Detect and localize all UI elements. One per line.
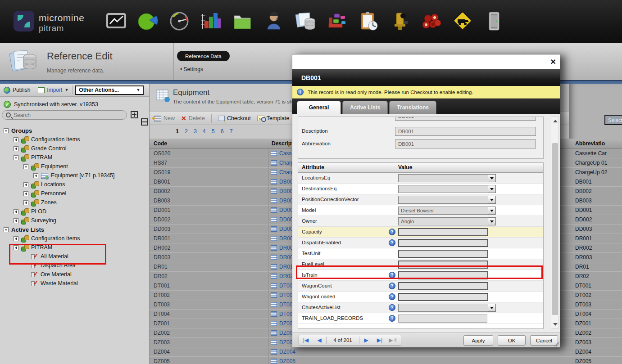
cell-description[interactable]: DZ00 [271,320,292,327]
cell-description[interactable]: DT00 [271,292,292,298]
column-header-code[interactable]: Code [154,140,167,147]
abbreviation-cell[interactable]: DB002 [569,187,622,196]
abbreviation-cell[interactable]: DT004 [569,310,622,319]
abbreviation-cell[interactable]: DR01 [569,262,622,272]
gauge-icon[interactable] [167,9,191,33]
abbreviation-cell[interactable]: ChargeUp 01 [569,158,622,168]
explosives-icon[interactable] [419,9,444,33]
help-icon[interactable]: ? [389,239,395,246]
dropdown-arrow-icon[interactable] [488,217,496,225]
tree-item-pitram[interactable]: PITRAM [0,153,149,162]
resize-grip[interactable] [554,342,559,346]
delete-button[interactable]: ✕Delete [181,115,205,122]
expand-icon[interactable] [14,218,18,223]
server-icon[interactable] [482,9,507,33]
select-columns-button[interactable]: Select C [604,115,622,125]
expand-icon[interactable] [14,146,18,151]
cell-description[interactable]: DR00 [271,254,293,261]
last-record-button[interactable]: ▶| [373,337,386,343]
value-dropdown[interactable]: Anglo [398,217,496,225]
cell-description[interactable]: DD00 [271,216,293,223]
help-icon[interactable]: ? [389,293,395,300]
expand-icon[interactable] [14,137,18,142]
search-box[interactable] [2,110,127,120]
expand-icon[interactable] [23,200,28,205]
value-dropdown[interactable] [398,304,496,312]
page-number-4[interactable]: 4 [203,128,206,135]
close-icon[interactable]: ✕ [550,58,556,66]
pie-chart-icon[interactable] [135,9,160,33]
dropdown-arrow-icon[interactable] [488,207,496,215]
collapse-icon[interactable] [4,227,9,232]
value-dropdown[interactable]: Diesel Bowser [398,207,496,215]
dropdown-arrow-icon[interactable] [488,174,496,182]
dialog-scrollbar[interactable] [551,117,559,329]
tree-item-configuration-items[interactable]: Configuration Items [0,234,149,243]
cell-description[interactable]: DB00 [271,198,293,204]
abbreviation-cell[interactable]: DR003 [569,253,622,262]
column-header-description[interactable]: Descripti [272,140,295,147]
reference-data-icon[interactable] [293,9,318,33]
cell-description[interactable]: DR00 [271,245,293,251]
dropdown-arrow-icon[interactable] [488,304,496,312]
new-record-button[interactable]: ▶✳ [386,337,400,343]
abbreviation-cell[interactable]: DB001 [569,177,622,187]
abbreviation-cell[interactable]: DR02 [569,272,622,281]
expand-icon[interactable] [33,173,38,178]
cancel-button[interactable]: Cancel [530,335,558,346]
publish-button[interactable]: Publish [0,84,34,96]
page-number-3[interactable]: 3 [194,128,197,135]
other-actions-dropdown[interactable]: Other Actions...▼ [75,85,144,95]
value-input[interactable] [398,228,488,236]
help-icon[interactable]: ? [389,283,395,289]
help-icon[interactable]: ? [389,315,395,322]
value-input[interactable] [398,239,488,247]
breadcrumb[interactable]: Reference Data [177,51,230,61]
abbreviation-cell[interactable]: DR002 [569,243,622,253]
help-icon[interactable]: ? [389,229,395,235]
collapse-icon[interactable] [23,164,28,169]
breadcrumb-settings-link[interactable]: • Settings [180,66,203,72]
expand-icon[interactable] [14,236,18,241]
page-number-1[interactable]: 1 [176,128,179,135]
cell-description[interactable]: Charg [271,169,294,175]
value-input[interactable] [398,293,488,301]
value-dropdown[interactable] [398,174,496,182]
collapse-icon[interactable] [4,128,9,133]
abbreviation-field[interactable]: DB001 [395,139,536,148]
cell-description[interactable]: DT00 [271,283,292,289]
cell-description[interactable]: DZ00 [271,339,292,346]
abbreviation-cell[interactable]: DT001 [569,281,622,291]
cell-description[interactable]: DD00 [271,207,293,213]
tree-item-equipment[interactable]: Equipment [0,162,149,171]
page-number-7[interactable]: 7 [230,128,233,135]
trend-screen-icon[interactable] [104,9,128,33]
bar-chart-icon[interactable] [198,9,223,33]
dropdown-arrow-icon[interactable] [488,185,496,193]
ok-button[interactable]: OK [498,335,526,346]
abbreviation-cell[interactable]: DD003 [569,225,622,234]
scroll-up-icon[interactable] [553,120,558,122]
cell-description[interactable]: Casse [271,150,295,157]
cell-description[interactable]: DR00 [271,235,293,242]
tree-item-surveying[interactable]: Surveying [0,216,149,225]
abbreviation-cell[interactable]: DT002 [569,291,622,300]
abbreviation-cell[interactable]: ChargeUp 02 [569,168,622,177]
abbreviation-cell[interactable]: DZ005 [569,357,622,364]
table-row[interactable]: DZ005DZ005 [150,357,569,364]
search-input[interactable] [14,112,123,118]
micromine-logo-icon[interactable] [14,11,34,31]
cell-description[interactable]: DD00 [271,226,293,232]
tree-item-plod[interactable]: PLOD [0,207,149,216]
cell-description[interactable]: DZ00 [271,330,292,336]
cell-description[interactable]: DT00 [271,311,292,317]
new-button[interactable]: New [154,115,175,121]
page-number-2[interactable]: 2 [185,128,188,135]
tab-translations[interactable]: Translations [389,101,436,114]
description-field[interactable]: DB001 [395,127,536,136]
abbreviation-cell[interactable]: DZ003 [569,338,622,347]
abbreviation-cell[interactable]: DZ004 [569,347,622,357]
next-record-button[interactable]: ▶ [359,337,373,343]
page-number-6[interactable]: 6 [221,128,224,135]
abbreviation-cell[interactable]: DT003 [569,300,622,310]
